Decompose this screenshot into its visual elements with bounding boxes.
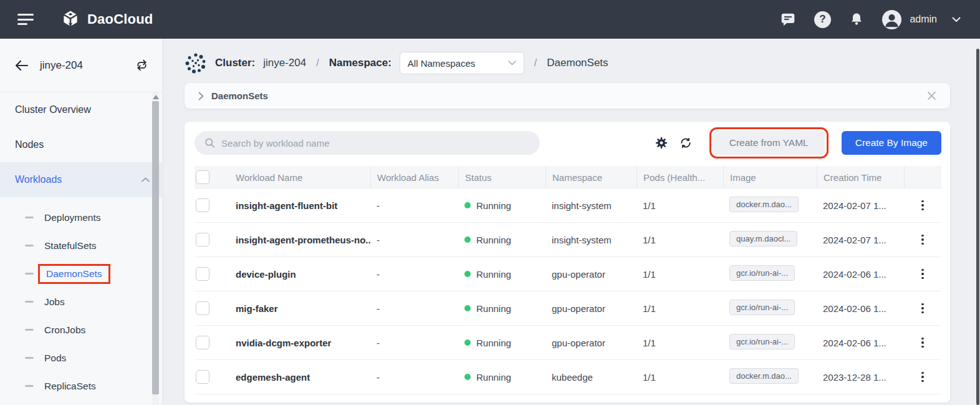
creation-time-cell: 2024-02-06 1... bbox=[817, 338, 904, 348]
image-chip[interactable]: gcr.io/run-ai-... bbox=[729, 300, 795, 315]
refresh-icon[interactable] bbox=[678, 135, 693, 150]
workload-name-cell[interactable]: edgemesh-agent bbox=[215, 372, 370, 383]
sidebar-item-replicasets[interactable]: ReplicaSets bbox=[0, 372, 162, 400]
sidebar-item-label: StatefulSets bbox=[44, 240, 97, 251]
row-actions-kebab-icon[interactable] bbox=[916, 232, 929, 248]
row-actions-kebab-icon[interactable] bbox=[916, 369, 929, 385]
username[interactable]: admin bbox=[910, 14, 937, 25]
image-chip[interactable]: quay.m.daocl... bbox=[729, 231, 797, 246]
sidebar-item-label: Cluster Overview bbox=[15, 104, 91, 115]
image-cell: quay.m.daocl... bbox=[723, 231, 817, 248]
sidebar-item-statefulsets[interactable]: StatefulSets bbox=[0, 232, 162, 260]
image-chip[interactable]: gcr.io/run-ai-... bbox=[729, 265, 795, 281]
close-icon[interactable] bbox=[927, 91, 936, 100]
chat-icon[interactable] bbox=[779, 11, 797, 28]
status-cell: Running bbox=[458, 338, 545, 348]
table-row: device-plugin - Running gpu-operator 1/1… bbox=[195, 257, 941, 291]
status-cell: Running bbox=[458, 200, 545, 211]
row-checkbox[interactable] bbox=[196, 370, 209, 384]
workload-name-cell[interactable]: insight-agent-fluent-bit bbox=[215, 200, 370, 211]
page-header: Cluster: jinye-204 / Namespace: All Name… bbox=[185, 51, 950, 76]
dash-icon bbox=[25, 385, 34, 387]
sidebar-scrollbar-thumb[interactable] bbox=[152, 101, 159, 394]
status-text: Running bbox=[476, 372, 511, 383]
sidebar-item-deployments[interactable]: Deployments bbox=[0, 203, 162, 232]
sidebar-item-jobs[interactable]: Jobs bbox=[0, 288, 162, 316]
scroll-up-arrow-icon[interactable] bbox=[153, 95, 159, 99]
workload-alias-cell: - bbox=[370, 269, 458, 280]
pods-cell: 1/1 bbox=[637, 372, 723, 383]
dash-icon bbox=[25, 301, 34, 303]
search-icon bbox=[204, 137, 215, 149]
settings-gear-icon[interactable] bbox=[654, 135, 669, 150]
row-checkbox[interactable] bbox=[196, 233, 209, 246]
sidebar-item-cronjobs[interactable]: CronJobs bbox=[0, 316, 162, 344]
sidebar-item-pods[interactable]: Pods bbox=[0, 344, 162, 372]
search-input[interactable] bbox=[221, 138, 530, 149]
sidebar-item-workloads[interactable]: Workloads bbox=[0, 162, 162, 197]
dash-icon bbox=[25, 217, 34, 218]
sidebar-item-label: Jobs bbox=[44, 296, 65, 308]
status-text: Running bbox=[476, 338, 511, 348]
switch-cluster-icon[interactable] bbox=[135, 59, 148, 72]
sidebar-item-label: ReplicaSets bbox=[44, 381, 96, 392]
workload-name-cell[interactable]: nvidia-dcgm-exporter bbox=[215, 338, 370, 348]
bell-icon[interactable] bbox=[848, 11, 865, 28]
col-namespace: Namespace bbox=[545, 166, 637, 188]
sidebar-item-daemonsets[interactable]: DaemonSets bbox=[0, 260, 162, 288]
sidebar: jinye-204 Cluster OverviewNodesWorkloads… bbox=[0, 39, 162, 405]
back-arrow-icon[interactable] bbox=[15, 60, 29, 71]
table-row: insight-agent-prometheus-no... - Running… bbox=[195, 223, 941, 257]
col-workload-alias: Workload Alias bbox=[370, 166, 458, 188]
dash-icon bbox=[25, 273, 34, 275]
row-checkbox[interactable] bbox=[196, 267, 209, 281]
image-chip[interactable]: docker.m.dao... bbox=[729, 197, 799, 212]
image-chip[interactable]: docker.m.dao... bbox=[729, 368, 799, 384]
table-row: edgemesh-agent - Running kubeedge 1/1 do… bbox=[195, 360, 941, 394]
user-avatar[interactable] bbox=[882, 10, 901, 29]
sidebar-item-label: Deployments bbox=[44, 212, 100, 223]
menu-icon[interactable] bbox=[17, 14, 34, 25]
create-by-image-button[interactable]: Create By Image bbox=[842, 131, 941, 155]
workload-alias-cell: - bbox=[370, 200, 458, 211]
search-box[interactable] bbox=[195, 131, 540, 155]
pods-cell: 1/1 bbox=[637, 200, 723, 211]
select-all-checkbox[interactable] bbox=[196, 170, 209, 184]
row-actions-kebab-icon[interactable] bbox=[916, 301, 929, 316]
namespace-cell: gpu-operator bbox=[545, 338, 637, 348]
table-body: insight-agent-fluent-bit - Running insig… bbox=[195, 188, 941, 394]
image-chip[interactable]: gcr.io/run-ai-... bbox=[729, 334, 795, 349]
sidebar-item-cluster-overview[interactable]: Cluster Overview bbox=[0, 92, 162, 127]
breadcrumb: DaemonSets bbox=[185, 83, 950, 109]
namespace-cell: kubeedge bbox=[545, 372, 637, 383]
row-actions-kebab-icon[interactable] bbox=[916, 198, 929, 213]
row-checkbox[interactable] bbox=[196, 198, 209, 212]
table-toolbar: Create from YAML Create By Image bbox=[195, 131, 941, 155]
row-checkbox[interactable] bbox=[196, 301, 209, 315]
main-scrollbar-thumb[interactable] bbox=[976, 49, 979, 405]
row-actions-kebab-icon[interactable] bbox=[916, 266, 929, 282]
dash-icon bbox=[25, 357, 34, 359]
workload-name-cell[interactable]: device-plugin bbox=[215, 269, 370, 280]
help-icon[interactable]: ? bbox=[814, 11, 831, 28]
workload-name-cell[interactable]: insight-agent-prometheus-no... bbox=[215, 235, 370, 245]
create-from-yaml-button[interactable]: Create from YAML bbox=[713, 131, 825, 155]
namespace-select[interactable]: All Namespaces bbox=[400, 52, 524, 74]
chevron-down-icon[interactable] bbox=[948, 11, 965, 28]
workload-name-cell[interactable]: mig-faker bbox=[215, 303, 370, 314]
workload-alias-cell: - bbox=[370, 303, 458, 314]
row-actions-kebab-icon[interactable] bbox=[916, 335, 929, 351]
sidebar-scrollbar[interactable] bbox=[152, 92, 159, 405]
col-creation-time: Creation Time bbox=[817, 166, 904, 188]
status-cell: Running bbox=[458, 372, 545, 383]
daocloud-logo-icon bbox=[60, 9, 81, 30]
table-row: insight-agent-fluent-bit - Running insig… bbox=[195, 188, 941, 223]
main-content: Cluster: jinye-204 / Namespace: All Name… bbox=[162, 39, 980, 405]
image-cell: gcr.io/run-ai-... bbox=[723, 265, 817, 283]
topbar: DaoCloud ? admin bbox=[0, 0, 980, 39]
pods-cell: 1/1 bbox=[637, 235, 723, 245]
row-checkbox[interactable] bbox=[196, 336, 209, 349]
namespace-cell: gpu-operator bbox=[545, 303, 637, 314]
sidebar-item-nodes[interactable]: Nodes bbox=[0, 127, 162, 162]
status-running-dot bbox=[464, 374, 471, 380]
